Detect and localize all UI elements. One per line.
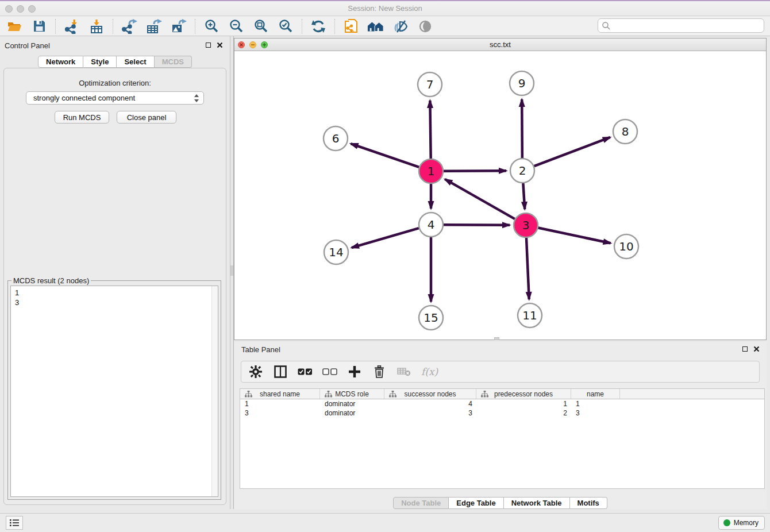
column-header-MCDS-role[interactable]: MCDS role	[320, 389, 384, 399]
tab-network[interactable]: Network	[38, 56, 83, 68]
open-session-icon[interactable]	[6, 18, 23, 34]
graph-edge-2-3[interactable]	[523, 183, 525, 209]
column-layout-icon[interactable]	[273, 364, 288, 379]
close-panel-button[interactable]: Close panel	[117, 111, 176, 124]
table-cell[interactable]: 4	[384, 399, 476, 408]
first-neighbors-icon[interactable]	[367, 18, 384, 34]
memory-button[interactable]: Memory	[718, 516, 765, 530]
graph-edge-2-9[interactable]	[522, 99, 522, 158]
delete-column-icon[interactable]	[372, 364, 387, 379]
task-history-button[interactable]	[6, 516, 23, 530]
mcds-result-lines: 13	[11, 287, 23, 309]
import-table-icon[interactable]	[88, 18, 105, 34]
graph-edge-4-14[interactable]	[352, 228, 419, 248]
save-session-icon[interactable]	[30, 18, 48, 34]
table-cell[interactable]: 1	[240, 399, 320, 408]
zoom-selected-icon[interactable]	[277, 18, 294, 34]
float-table-panel-icon[interactable]	[742, 346, 748, 352]
close-table-panel-icon[interactable]	[753, 346, 760, 352]
app-window: Session: New Session	[0, 0, 770, 532]
function-builder-icon: f(x)	[421, 366, 438, 377]
zoom-in-icon[interactable]	[203, 18, 220, 34]
apply-layout-icon[interactable]	[310, 18, 327, 34]
criterion-select[interactable]: strongly connected component	[26, 91, 204, 105]
result-line: 3	[15, 298, 19, 307]
import-network-icon[interactable]	[63, 18, 80, 34]
deselect-all-columns-icon[interactable]	[322, 364, 337, 379]
table-cell[interactable]: dominator	[320, 408, 384, 418]
graph-edge-1-2[interactable]	[444, 171, 506, 171]
add-column-icon[interactable]	[347, 364, 362, 379]
list-icon	[9, 519, 20, 527]
graph-node-label: 6	[332, 132, 340, 145]
graph-edge-4-3[interactable]	[444, 225, 510, 225]
tab-mcds[interactable]: MCDS	[155, 56, 192, 68]
tab-motifs[interactable]: Motifs	[570, 497, 607, 509]
column-header-label: shared name	[260, 390, 300, 398]
window-title: Session: New Session	[0, 4, 770, 13]
mcds-result-box[interactable]: 13	[10, 286, 218, 497]
table-row[interactable]: 1dominator411	[240, 399, 764, 408]
table-cell[interactable]: 1	[476, 399, 571, 408]
table-cell[interactable]: 1	[571, 399, 620, 408]
graph-node-label: 3	[522, 218, 530, 232]
graph-node-label: 2	[519, 164, 526, 178]
tab-style[interactable]: Style	[83, 56, 117, 68]
search-input[interactable]	[611, 20, 764, 32]
graph-edge-2-8[interactable]	[534, 137, 610, 166]
splitter-grip[interactable]	[230, 265, 233, 276]
tab-edge-table[interactable]: Edge Table	[449, 497, 503, 509]
delete-table-icon	[396, 364, 411, 379]
export-table-icon[interactable]	[145, 18, 163, 34]
criterion-value: strongly connected component	[33, 94, 135, 102]
float-panel-icon[interactable]	[206, 43, 211, 48]
table-cell[interactable]: 3	[384, 408, 476, 418]
export-image-icon[interactable]	[170, 18, 187, 34]
select-all-columns-icon[interactable]	[298, 364, 313, 379]
node-table-header: shared nameMCDS rolesuccessor nodesprede…	[240, 389, 764, 399]
graph-node-label: 1	[428, 164, 435, 178]
zoom-fit-icon[interactable]	[252, 18, 270, 34]
node-table[interactable]: shared nameMCDS rolesuccessor nodesprede…	[240, 388, 765, 489]
hide-selected-icon[interactable]	[392, 18, 409, 34]
table-settings-icon[interactable]	[248, 364, 263, 379]
graph-edge-3-10[interactable]	[538, 228, 611, 244]
vertical-splitter[interactable]	[230, 36, 234, 509]
table-cell[interactable]: 3	[240, 408, 320, 418]
graph-node-label: 4	[428, 218, 435, 232]
tab-node-table[interactable]: Node Table	[393, 497, 449, 509]
graph-edge-1-6[interactable]	[351, 144, 419, 167]
graph-edge-3-11[interactable]	[526, 238, 529, 299]
column-header-predecessor-nodes[interactable]: predecessor nodes	[476, 389, 571, 399]
column-header-name[interactable]: name	[571, 389, 620, 399]
column-header-shared-name[interactable]: shared name	[240, 389, 320, 399]
graph-node-label: 15	[424, 311, 438, 325]
table-cell[interactable]: dominator	[320, 399, 384, 408]
run-mcds-button[interactable]: Run MCDS	[55, 111, 109, 124]
graph-edge-3-1[interactable]	[445, 179, 515, 219]
table-cell[interactable]: 2	[476, 408, 571, 418]
new-network-icon[interactable]	[342, 18, 360, 34]
graph-node-label: 9	[518, 76, 526, 90]
show-all-icon[interactable]	[417, 18, 434, 34]
toolbar-separator	[195, 19, 195, 34]
zoom-out-icon[interactable]	[228, 18, 245, 34]
export-network-icon[interactable]	[121, 18, 138, 34]
graph-node-label: 10	[619, 240, 633, 253]
close-panel-icon[interactable]	[217, 42, 223, 48]
network-resize-grip[interactable]	[494, 337, 499, 340]
table-cell[interactable]: 3	[571, 408, 620, 418]
graph-node-label: 7	[426, 78, 434, 91]
result-scrollbar[interactable]	[211, 286, 218, 496]
tab-network-table[interactable]: Network Table	[504, 497, 570, 509]
graph-node-label: 8	[622, 125, 629, 138]
table-row[interactable]: 3dominator323	[240, 408, 764, 418]
toolbar-separator	[55, 19, 56, 34]
control-panel-title: Control Panel	[5, 41, 50, 50]
network-view-title: scc.txt	[234, 40, 766, 49]
graph-edge-1-7[interactable]	[430, 101, 430, 159]
tab-select[interactable]: Select	[117, 56, 154, 68]
network-canvas[interactable]: 1234678910111415	[234, 51, 766, 340]
column-header-successor-nodes[interactable]: successor nodes	[384, 389, 476, 399]
search-field[interactable]	[598, 18, 764, 33]
